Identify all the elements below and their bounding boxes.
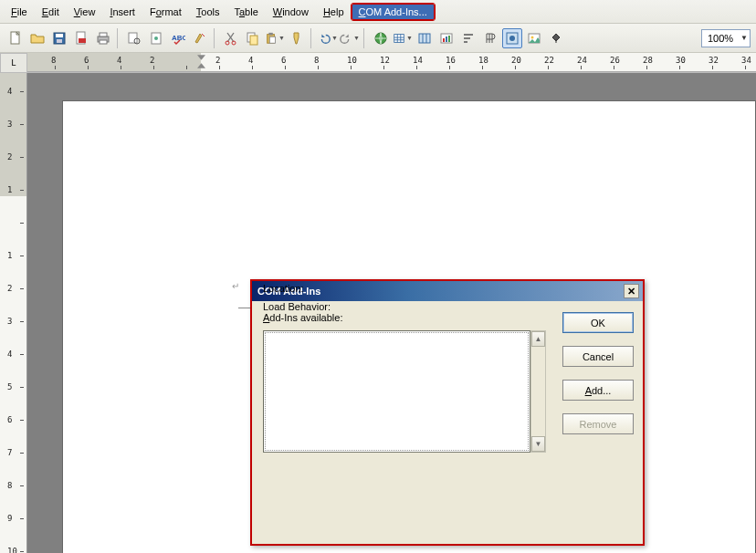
ok-button[interactable]: OK [562,312,634,333]
document-area[interactable]: ↵ COM Add-Ins ✕ Add-Ins available: ▲ ▼ [27,73,756,553]
chart-icon[interactable] [436,28,457,48]
com-addins-dialog: COM Add-Ins ✕ Add-Ins available: ▲ ▼ [250,279,645,546]
horizontal-ruler[interactable]: 8642246810121416182022242628303234 [27,53,756,72]
dropdown-arrow-icon[interactable]: ▼ [331,35,338,41]
menu-com-addins-label: OM Add-Ins... [366,6,427,17]
menu-help[interactable]: Help [316,4,352,20]
menu-format[interactable]: Format [142,4,189,20]
hruler-number: 22 [544,56,554,65]
menu-edit[interactable]: Edit [35,4,67,20]
open-icon[interactable] [27,28,47,48]
print-preview-icon[interactable] [124,28,144,48]
svg-rect-8 [100,40,107,44]
hruler-number: 12 [380,56,390,65]
nonprinting-chars-icon[interactable] [480,28,500,48]
data-sources-icon[interactable] [546,28,566,48]
ruler-corner[interactable]: L [0,53,27,73]
hruler-number: 16 [446,56,456,65]
close-button[interactable]: ✕ [624,284,639,298]
hruler-number: 18 [478,56,488,65]
toolbar-separator [310,28,314,48]
load-behavior-label: Load Behavior: [263,301,331,312]
page-setup-icon[interactable] [146,28,166,48]
hruler-number: 8 [51,56,56,65]
vruler-number: 9 [7,514,12,523]
addins-listbox[interactable] [263,330,530,453]
hruler-number: 28 [643,56,653,65]
ruler-row: L 8642246810121416182022242628303234 [0,53,756,73]
hruler-number: 30 [676,56,686,65]
save-icon[interactable] [49,28,69,48]
hyperlink-icon[interactable] [371,28,391,48]
dropdown-arrow-icon[interactable]: ▼ [278,35,285,41]
navigator-icon[interactable] [502,28,522,48]
menu-file-label: ile [17,6,27,17]
dialog-button-column: OK Cancel Add... Remove [562,312,634,434]
hruler-number: 34 [741,56,751,65]
add-button[interactable]: Add... [562,380,634,401]
dropdown-arrow-icon[interactable]: ▼ [353,35,360,41]
scroll-down-button[interactable]: ▼ [531,436,545,452]
dialog-body: Add-Ins available: ▲ ▼ OK Cancel Add... … [252,301,643,336]
vertical-ruler[interactable]: 43211234567891011121314 [0,73,27,553]
menu-file[interactable]: File [4,4,35,20]
vruler-number: 8 [7,481,12,490]
hruler-number: 4 [117,56,121,65]
vruler-number: 5 [7,382,12,391]
standard-toolbar: ABC ▼ ▼ ▼ ▼ 100% ▼ [0,24,756,53]
menu-table[interactable]: Table [226,4,265,20]
menu-tools[interactable]: Tools [189,4,227,20]
undo-icon[interactable]: ▼ [318,28,338,48]
hruler-number: 20 [511,56,521,65]
hruler-number: 10 [347,56,357,65]
columns-icon[interactable] [415,28,435,48]
location-label: Location: [263,283,331,294]
menu-com-addins[interactable]: COM Add-Ins... [352,4,435,20]
autoformat-icon[interactable] [190,28,210,48]
print-icon[interactable] [93,28,113,48]
hruler-number: 14 [413,56,423,65]
menu-insert[interactable]: Insert [102,4,142,20]
hruler-number: 26 [610,56,620,65]
hruler-number: 6 [281,56,286,65]
export-pdf-icon[interactable] [71,28,91,48]
svg-rect-23 [419,34,430,43]
spellcheck-icon[interactable]: ABC [168,28,188,48]
vruler-number: 3 [7,317,12,326]
zoom-combobox[interactable]: 100% ▼ [701,29,751,47]
work-area: 43211234567891011121314 ↵ COM Add-Ins ✕ … [0,73,756,553]
vruler-number: 2 [7,284,12,293]
vruler-number: 6 [7,415,12,424]
new-document-icon[interactable] [5,28,26,48]
paste-icon[interactable]: ▼ [265,28,285,48]
vruler-number: 4 [7,87,12,96]
listbox-scrollbar[interactable]: ▲ ▼ [530,330,546,453]
dropdown-arrow-icon[interactable]: ▼ [406,35,413,41]
menu-bar: File Edit View Insert Format Tools Table… [0,0,756,24]
svg-rect-26 [446,37,447,42]
vruler-number: 1 [7,185,12,194]
cancel-button[interactable]: Cancel [562,346,634,367]
svg-rect-9 [129,33,137,43]
cut-icon[interactable] [221,28,241,48]
scroll-up-button[interactable]: ▲ [531,331,545,347]
gallery-icon[interactable] [524,28,544,48]
menu-window[interactable]: Window [266,4,316,20]
remove-button: Remove [562,413,634,434]
indent-marker-icon[interactable] [197,53,205,70]
sort-icon[interactable] [458,28,478,48]
dialog-info-area: Location: Load Behavior: [263,283,331,319]
svg-rect-19 [268,32,272,35]
svg-rect-17 [250,36,257,45]
hruler-number: 2 [150,56,154,65]
format-paintbrush-icon[interactable] [287,28,307,48]
dropdown-arrow-icon[interactable]: ▼ [740,34,748,42]
hruler-number: 32 [709,56,719,65]
hruler-number: 2 [215,56,220,65]
addins-listbox-wrap: ▲ ▼ [263,330,546,453]
copy-icon[interactable] [243,28,263,48]
svg-rect-25 [443,38,445,42]
menu-view[interactable]: View [67,4,103,20]
redo-icon[interactable]: ▼ [340,28,360,48]
table-icon[interactable]: ▼ [393,28,413,48]
